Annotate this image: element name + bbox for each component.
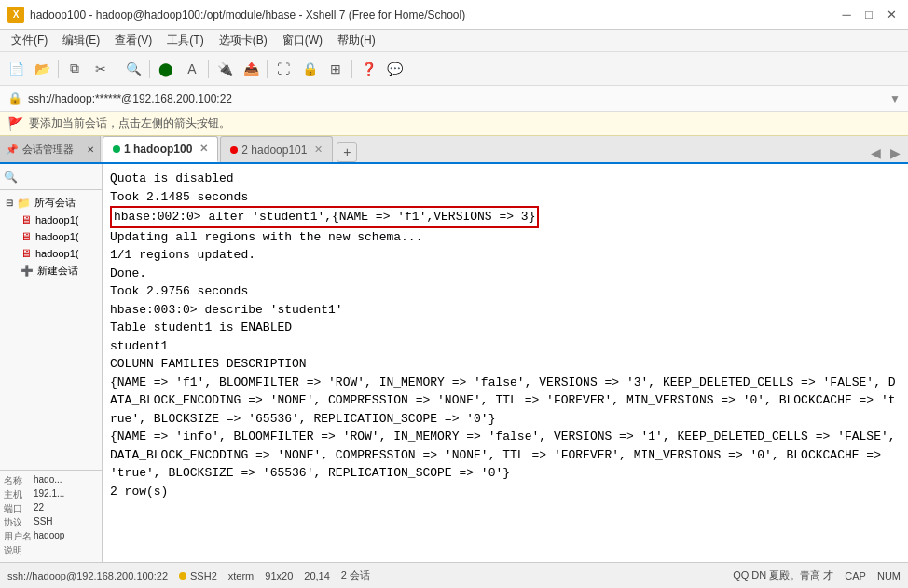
toolbar-sep4: [208, 60, 209, 78]
toolbar-find[interactable]: 🔍: [121, 57, 145, 81]
session-panel-pin-icon: 📌: [6, 144, 19, 156]
toolbar-transfer[interactable]: 📤: [239, 57, 263, 81]
sidebar-search-input[interactable]: [20, 164, 98, 190]
sidebar-item-hadoop1-1[interactable]: 🖥 hadoop1(: [4, 212, 98, 228]
status-terminal: xterm: [228, 570, 255, 581]
info-row-note: 说明: [4, 544, 98, 557]
info-label-note: 说明: [4, 544, 32, 557]
tab1-close-icon[interactable]: ✕: [199, 143, 208, 155]
sidebar-item-all-sessions[interactable]: ⊟ 📁 所有会话: [4, 194, 98, 212]
status-num: NUM: [877, 570, 901, 581]
tab-hadoop101[interactable]: 2 hadoop101 ✕: [220, 136, 333, 162]
toolbar-connect[interactable]: ⬤: [154, 57, 178, 81]
tab2-close-icon[interactable]: ✕: [314, 144, 323, 156]
terminal-line: Updating all regions with the new schema…: [110, 228, 901, 247]
info-row-host: 主机 192.1...: [4, 488, 98, 501]
session-panel-close-icon[interactable]: ✕: [87, 144, 94, 155]
app-icon: X: [7, 7, 24, 23]
terminal-line: Done.: [110, 265, 901, 283]
toolbar-grid[interactable]: ⊞: [323, 57, 348, 81]
toolbar-new[interactable]: 📄: [4, 57, 28, 81]
toolbar-reconnect[interactable]: 🔌: [213, 57, 237, 81]
toolbar-cut[interactable]: ✂: [89, 57, 113, 81]
status-cap: CAP: [845, 570, 866, 581]
menu-tools[interactable]: 工具(T): [159, 31, 211, 50]
info-label-host: 主机: [4, 488, 32, 501]
toolbar-open[interactable]: 📂: [30, 57, 54, 81]
sidebar-all-sessions-label: 所有会话: [34, 196, 76, 210]
toolbar-sep5: [267, 60, 268, 78]
toolbar-sep2: [117, 60, 117, 78]
sidebar-item-label-1: hadoop1(: [35, 214, 79, 226]
info-row-username: 用户名 hadoop: [4, 530, 98, 543]
tab-nav-right[interactable]: ▶: [887, 144, 904, 162]
menu-tab[interactable]: 选项卡(B): [212, 31, 275, 50]
menu-window[interactable]: 窗口(W): [275, 31, 330, 50]
terminal-line: 1/1 regions updated.: [110, 246, 901, 265]
session-icon-1: 🖥: [21, 213, 32, 226]
sidebar-tree: ⊟ 📁 所有会话 🖥 hadoop1( 🖥 hadoop1( 🖥 hadoop1…: [0, 190, 102, 470]
info-value-port: 22: [34, 502, 44, 515]
tab2-status-dot: [230, 146, 238, 154]
tab-hadoop100[interactable]: 1 hadoop100 ✕: [103, 136, 218, 162]
status-bar: ssh://hadoop@192.168.200.100:22 SSH2 xte…: [0, 562, 908, 588]
terminal[interactable]: Quota is disabledTook 2.1485 secondshbas…: [103, 164, 908, 562]
terminal-line: Table student1 is ENABLED: [110, 319, 901, 337]
minimize-button[interactable]: ─: [837, 6, 856, 24]
menu-bar: 文件(F) 编辑(E) 查看(V) 工具(T) 选项卡(B) 窗口(W) 帮助(…: [0, 30, 908, 52]
sidebar-item-new-session[interactable]: ➕ 新建会话: [4, 262, 98, 280]
session-info-panel: 名称 hado... 主机 192.1... 端口 22 协议 SSH 用户名 …: [0, 470, 102, 562]
terminal-line: hbase:002:0> alter 'student1',{NAME => '…: [110, 206, 901, 228]
toolbar-fullscreen[interactable]: ⛶: [271, 57, 296, 81]
address-dropdown-icon[interactable]: ▼: [889, 92, 901, 105]
toolbar-font[interactable]: A: [180, 57, 204, 81]
sidebar-item-hadoop1-3[interactable]: 🖥 hadoop1(: [4, 245, 98, 262]
tab-nav-left[interactable]: ◀: [867, 144, 885, 162]
menu-edit[interactable]: 编辑(E): [55, 31, 107, 50]
info-row-port: 端口 22: [4, 502, 98, 515]
toolbar-lock[interactable]: 🔒: [297, 57, 322, 81]
session-icon-2: 🖥: [21, 230, 32, 243]
title-bar: X hadoop100 - hadoop@hadoop100:/opt/modu…: [0, 0, 908, 30]
info-label-username: 用户名: [4, 530, 32, 543]
info-label-port: 端口: [4, 502, 32, 515]
sidebar-item-label-3: hadoop1(: [35, 248, 79, 259]
banner-text: 要添加当前会话，点击左侧的箭头按钮。: [29, 116, 230, 131]
session-panel-text: 会话管理器: [22, 143, 74, 157]
info-label-protocol: 协议: [4, 516, 32, 529]
terminal-line: 2 row(s): [110, 483, 901, 501]
title-text: hadoop100 - hadoop@hadoop100:/opt/module…: [30, 8, 837, 21]
toolbar-help[interactable]: ❓: [356, 57, 380, 81]
sidebar-search[interactable]: 🔍: [0, 164, 102, 190]
terminal-line: {NAME => 'f1', BLOOMFILTER => 'ROW', IN_…: [110, 374, 901, 429]
status-protocol: SSH2: [190, 570, 217, 581]
close-button[interactable]: ✕: [882, 6, 901, 24]
maximize-button[interactable]: □: [860, 6, 878, 24]
status-ssh2: SSH2: [179, 570, 217, 581]
menu-file[interactable]: 文件(F): [4, 31, 55, 50]
terminal-line: hbase:003:0> describe 'student1': [110, 301, 901, 320]
toolbar-copy[interactable]: ⧉: [62, 57, 87, 81]
terminal-line: Quota is disabled: [110, 170, 901, 188]
tab1-label: 1 hadoop100: [124, 143, 192, 156]
sidebar: 🔍 ⊟ 📁 所有会话 🖥 hadoop1( 🖥 hadoop1( 🖥 hadoo…: [0, 164, 103, 562]
tab-bar: 📌 会话管理器 ✕ 1 hadoop100 ✕ 2 hadoop101 ✕ + …: [0, 136, 908, 164]
terminal-line: Took 2.9756 seconds: [110, 282, 901, 301]
tab1-status-dot: [113, 145, 120, 153]
info-value-username: hadoop: [34, 530, 64, 543]
folder-icon: 📁: [17, 197, 31, 210]
new-session-icon: ➕: [21, 265, 34, 277]
tab-add-button[interactable]: +: [337, 142, 357, 162]
toolbar-sep3: [149, 60, 150, 78]
info-value-host: 192.1...: [34, 488, 64, 501]
sidebar-item-hadoop1-2[interactable]: 🖥 hadoop1(: [4, 228, 98, 245]
toolbar-chat[interactable]: 💬: [382, 57, 406, 81]
menu-view[interactable]: 查看(V): [107, 31, 159, 50]
tab2-label: 2 hadoop101: [241, 144, 307, 157]
toolbar-sep1: [58, 60, 59, 78]
address-input[interactable]: [28, 92, 884, 105]
sidebar-new-session-label: 新建会话: [37, 264, 78, 278]
status-size: 91x20: [265, 570, 293, 581]
menu-help[interactable]: 帮助(H): [330, 31, 383, 50]
lock-icon: 🔒: [7, 91, 22, 105]
